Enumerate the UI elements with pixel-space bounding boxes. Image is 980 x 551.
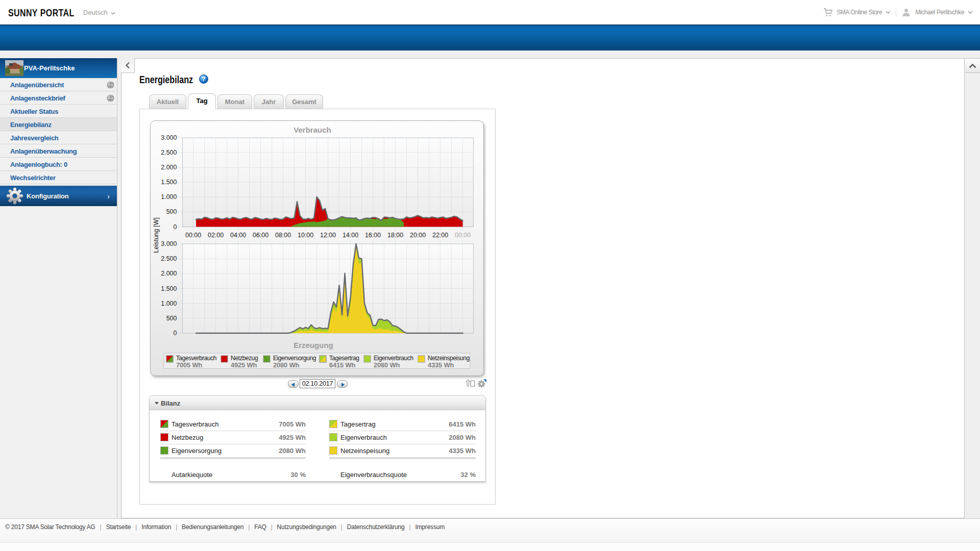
svg-text:1.000: 1.000 [161, 193, 177, 201]
svg-text:Netzeinspeisung: Netzeinspeisung [428, 355, 470, 362]
svg-text:1.500: 1.500 [161, 179, 177, 186]
svg-text:500: 500 [166, 315, 177, 322]
svg-text:6415 Wh: 6415 Wh [329, 361, 356, 369]
svg-text:1.500: 1.500 [161, 285, 177, 292]
svg-text:2.000: 2.000 [161, 270, 177, 277]
svg-text:0: 0 [174, 223, 177, 231]
svg-text:2.000: 2.000 [161, 164, 177, 171]
svg-text:4335 Wh: 4335 Wh [428, 361, 454, 369]
svg-text:Verbrauch: Verbrauch [293, 126, 331, 134]
svg-text:12:00: 12:00 [320, 232, 336, 239]
svg-text:Netzbezug: Netzbezug [231, 355, 258, 362]
svg-text:Leistung [W]: Leistung [W] [153, 217, 160, 253]
svg-text:20:00: 20:00 [410, 232, 426, 239]
svg-text:2080 Wh: 2080 Wh [374, 361, 400, 369]
svg-text:500: 500 [166, 208, 177, 215]
svg-text:1.000: 1.000 [161, 300, 177, 307]
svg-text:00:00: 00:00 [185, 232, 201, 239]
svg-text:3.000: 3.000 [161, 134, 177, 141]
svg-text:10:00: 10:00 [298, 232, 313, 239]
svg-text:2080 Wh: 2080 Wh [273, 361, 300, 369]
svg-text:00:00: 00:00 [455, 232, 471, 239]
svg-text:0: 0 [174, 330, 177, 337]
svg-text:7005 Wh: 7005 Wh [176, 361, 203, 369]
svg-text:06:00: 06:00 [253, 232, 268, 239]
svg-text:Erzeugung: Erzeugung [293, 341, 333, 349]
svg-text:Tagesertrag: Tagesertrag [329, 355, 359, 362]
svg-text:04:00: 04:00 [230, 232, 246, 239]
svg-text:2.500: 2.500 [161, 149, 177, 156]
svg-text:22:00: 22:00 [432, 232, 448, 239]
svg-text:02:00: 02:00 [208, 232, 224, 239]
svg-text:Eigenversorgung: Eigenversorgung [273, 355, 316, 362]
svg-text:18:00: 18:00 [387, 232, 403, 239]
svg-text:16:00: 16:00 [365, 232, 381, 239]
svg-text:08:00: 08:00 [275, 232, 291, 239]
svg-text:Tagesverbrauch: Tagesverbrauch [176, 355, 216, 362]
svg-text:4925 Wh: 4925 Wh [231, 361, 257, 369]
svg-text:Eigenverbrauch: Eigenverbrauch [374, 355, 413, 362]
svg-text:2.500: 2.500 [161, 255, 177, 262]
svg-text:3.000: 3.000 [161, 240, 177, 247]
svg-text:14:00: 14:00 [342, 232, 358, 239]
